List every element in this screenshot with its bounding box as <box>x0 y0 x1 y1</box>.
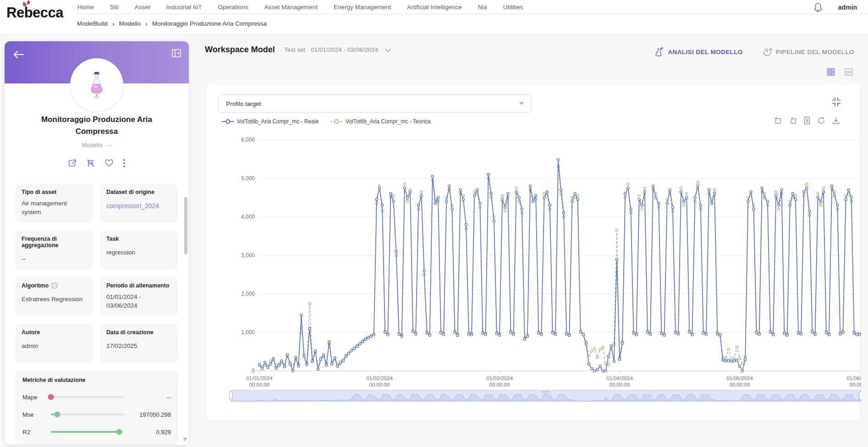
field-value: regression <box>106 248 172 257</box>
layout-toggles <box>827 68 853 76</box>
metric-row-r2: R2 0.929 <box>22 429 171 436</box>
svg-text:00:00:00: 00:00:00 <box>610 382 630 387</box>
model-actions <box>5 159 189 168</box>
field-label: Task <box>106 236 172 242</box>
svg-text:00:00:00: 00:00:00 <box>850 382 861 387</box>
rebecca-logo: Rebecca <box>6 5 63 21</box>
model-subtitle: Modello · -- <box>5 142 189 149</box>
datazoom-grip[interactable] <box>541 391 550 393</box>
data-view-icon[interactable] <box>803 116 811 125</box>
profile-target-select[interactable]: Profilo target <box>218 94 532 113</box>
svg-text:00:00:00: 00:00:00 <box>369 382 390 387</box>
nav-item-utilities[interactable]: Utilities <box>503 4 523 11</box>
metric-slider <box>51 396 124 398</box>
back-arrow-icon[interactable] <box>13 50 25 60</box>
evaluation-metrics-card: Metriche di valutazione Mape -- Mse 1970… <box>16 370 178 445</box>
metric-value: -- <box>131 394 171 401</box>
svg-text:4,000: 4,000 <box>241 214 255 220</box>
metric-slider <box>51 414 124 415</box>
field-task: Task regression <box>100 230 178 270</box>
pipeline-label: PIPELINE DEL MODELLO <box>776 49 854 55</box>
testset-range: · Test set · 01/01/2024 - 03/06/2024 <box>280 46 379 53</box>
field-algoritmo: Algoritmo Extratrees Regression <box>16 277 93 316</box>
breadcrumb-current-page: Monitoraggio Produzione Aria Compressa <box>152 20 267 27</box>
metric-value: 197050.298 <box>131 411 171 418</box>
metric-row-mse: Mse 197050.298 <box>22 411 171 418</box>
breadcrumb-modello[interactable]: Modello <box>119 20 141 27</box>
svg-text:00:00:00: 00:00:00 <box>730 382 750 387</box>
svg-text:01/06/2024: 01/06/2024 <box>846 375 861 381</box>
metric-value: 0.929 <box>131 429 171 436</box>
chevron-down-icon[interactable] <box>385 46 391 52</box>
zoom-select-icon[interactable] <box>774 116 782 125</box>
external-link-icon[interactable] <box>68 159 77 168</box>
svg-text:0: 0 <box>252 368 255 374</box>
nav-item-asset-management[interactable]: Asset Management <box>264 4 318 11</box>
chart-legend: VolTot6b_Aria Compr_mc - Reale VolTot6b_… <box>222 118 430 125</box>
header-right: admin <box>813 0 857 14</box>
svg-text:01/04/2024: 01/04/2024 <box>606 375 633 381</box>
timeseries-plot: 01,0002,0003,0004,0005,0006,00001/01/202… <box>205 130 861 405</box>
field-value: Extratrees Regression <box>22 295 87 304</box>
nav-item-energy-management[interactable]: Energy Management <box>334 4 391 11</box>
analisi-del-modello-button[interactable]: ANALISI DEL MODELLO <box>654 47 742 57</box>
dataset-link[interactable]: compressori_2024 <box>106 202 172 211</box>
field-value: 01/01/2024 - 03/06/2024 <box>106 293 172 310</box>
metric-slider <box>51 431 124 433</box>
collapse-corners-icon[interactable] <box>832 97 841 106</box>
notification-bell-icon[interactable] <box>813 2 823 12</box>
field-label-text: Algoritmo <box>22 282 49 289</box>
field-value: Air management system <box>22 199 87 217</box>
flask-avatar-icon <box>70 58 123 111</box>
workspace-header: Workspace Model · Test set · 01/01/2024 … <box>205 45 390 55</box>
nav-item-artificial-intelligence[interactable]: Artificial Intelligence <box>407 4 461 11</box>
info-icon[interactable] <box>51 282 58 289</box>
field-label: Frequenza di aggregazione <box>22 236 87 248</box>
legend-reale[interactable]: VolTot6b_Aria Compr_mc - Reale <box>222 118 319 125</box>
flag-off-icon[interactable] <box>86 159 95 168</box>
legend-label: VolTot6b_Aria Compr_mc - Teorica <box>346 118 430 125</box>
datazoom-handle-right[interactable] <box>859 392 861 400</box>
restore-icon[interactable] <box>817 116 825 125</box>
kebab-menu-icon[interactable] <box>123 159 126 168</box>
nav-item-nia[interactable]: Nia <box>478 4 487 11</box>
chevron-right-icon: › <box>112 20 115 27</box>
zoom-reset-icon[interactable] <box>789 116 797 125</box>
collapse-panel-icon[interactable] <box>171 49 181 58</box>
pipeline-del-modello-button[interactable]: PIPELINE DEL MODELLO <box>762 47 854 57</box>
metrics-title: Metriche di valutazione <box>22 377 171 383</box>
sidebar-scrollbar[interactable] <box>184 197 187 254</box>
nav-item-industrial-iot[interactable]: Industrial IoT <box>166 4 202 11</box>
metric-label: Mse <box>22 411 51 418</box>
breadcrumb-modelbuild[interactable]: ModelBuild <box>77 20 108 27</box>
field-label: Algoritmo <box>22 282 87 289</box>
grid-view-icon[interactable] <box>827 68 835 76</box>
scroll-down-arrow-icon[interactable] <box>183 438 187 441</box>
model-fields: Tipo di asset Air management system Data… <box>5 183 189 445</box>
svg-text:6,000: 6,000 <box>241 137 255 143</box>
svg-text:01/01/2024: 01/01/2024 <box>246 375 273 381</box>
chevron-right-icon: › <box>145 20 148 27</box>
nav-item-asset[interactable]: Asset <box>135 4 150 11</box>
user-menu[interactable]: admin <box>838 4 857 11</box>
datazoom-handle-left[interactable] <box>230 392 232 400</box>
heart-icon[interactable] <box>104 159 114 168</box>
model-detail-panel: Monitoraggio Produzione Aria Compressa M… <box>5 41 189 445</box>
chevron-down-icon <box>519 102 524 105</box>
metric-row-mape: Mape -- <box>22 394 171 401</box>
logo-text: Rebecca <box>6 5 63 21</box>
field-dataset-di-origine: Dataset di origine compressori_2024 <box>100 183 178 223</box>
nav-item-siti[interactable]: Siti <box>110 4 119 11</box>
nav-item-operations[interactable]: Operations <box>218 4 248 11</box>
panel-view-icon[interactable] <box>844 68 853 76</box>
target-profile-chart-card: Profilo target VolTot6b_Aria Compr_mc - … <box>205 84 861 421</box>
nav-item-home[interactable]: Home <box>77 4 94 11</box>
legend-teorica[interactable]: VolTot6b_Aria Compr_mc - Teorica <box>330 118 430 125</box>
svg-text:5,000: 5,000 <box>241 175 255 182</box>
field-value: admin <box>22 342 87 351</box>
field-value: 17/02/2025 <box>106 342 172 351</box>
download-icon[interactable] <box>832 116 840 125</box>
svg-text:01/02/2024: 01/02/2024 <box>366 375 393 381</box>
legend-label: VolTot6b_Aria Compr_mc - Reale <box>237 118 319 125</box>
chart-toolbox <box>774 116 840 125</box>
